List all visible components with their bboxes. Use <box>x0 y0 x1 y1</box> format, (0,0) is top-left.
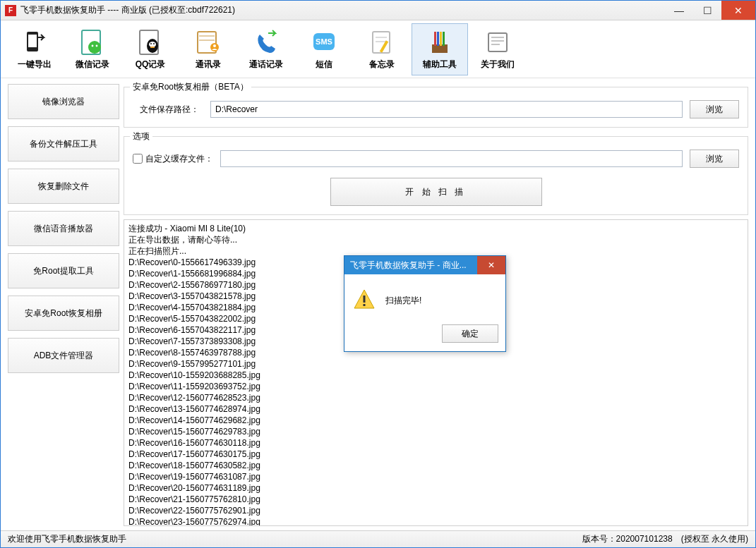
svg-rect-24 <box>434 32 436 46</box>
tool-wechat[interactable]: 微信记录 <box>64 23 121 75</box>
svg-rect-26 <box>440 32 442 46</box>
sidebar-item-5[interactable]: 安卓免Root恢复相册 <box>8 296 119 331</box>
svg-rect-25 <box>437 32 439 46</box>
status-left: 欢迎使用飞零手机数据恢复助手 <box>8 533 126 545</box>
scan-complete-dialog: 飞零手机数据恢复助手 - 商业... ✕ 扫描完毕! 确定 <box>344 255 506 352</box>
tool-contacts-icon <box>193 28 223 57</box>
svg-point-4 <box>92 45 94 47</box>
sidebar-item-4[interactable]: 免Root提取工具 <box>8 253 119 288</box>
browse-path-button[interactable]: 浏览 <box>690 100 739 118</box>
tool-calllog-icon <box>251 28 281 57</box>
tool-qq[interactable]: QQ记录 <box>122 23 179 75</box>
dialog-ok-button[interactable]: 确定 <box>442 324 498 343</box>
tool-sms[interactable]: SMS短信 <box>296 23 352 75</box>
tool-about[interactable]: 关于我们 <box>469 23 526 75</box>
dialog-close-button[interactable]: ✕ <box>477 256 505 274</box>
tool-label: 通讯录 <box>196 59 221 71</box>
window-title: 飞零手机数据恢复助手 ---- 商业版 (已授权至:cbdf722621) <box>20 4 665 16</box>
svg-rect-1 <box>28 35 37 47</box>
statusbar: 欢迎使用飞零手机数据恢复助手 版本号：202007101238 (授权至 永久使… <box>1 530 755 547</box>
tool-export-icon <box>20 28 49 57</box>
status-license: (授权至 永久使用) <box>681 533 748 545</box>
status-version: 版本号：202007101238 <box>582 533 673 545</box>
tool-label: 辅助工具 <box>423 59 457 71</box>
tool-label: 关于我们 <box>481 59 515 71</box>
svg-point-16 <box>213 44 216 47</box>
tool-assist-icon <box>425 28 455 57</box>
tool-about-icon <box>483 28 512 57</box>
tool-label: QQ记录 <box>136 59 166 71</box>
svg-point-9 <box>150 43 152 44</box>
svg-rect-34 <box>364 304 366 306</box>
group-title: 安卓免Root恢复相册（BETA） <box>130 81 251 93</box>
sidebar-item-6[interactable]: ADB文件管理器 <box>8 338 119 373</box>
tool-label: 微信记录 <box>76 59 109 71</box>
custom-cache-checkbox[interactable]: 自定义缓存文件： <box>133 153 213 165</box>
svg-rect-27 <box>443 32 445 46</box>
tool-qq-icon <box>136 28 165 57</box>
sidebar-item-2[interactable]: 恢复删除文件 <box>8 169 119 204</box>
tool-memo[interactable]: 备忘录 <box>354 23 410 75</box>
svg-point-8 <box>149 42 156 47</box>
svg-point-5 <box>96 45 98 47</box>
tool-contacts[interactable]: 通讯录 <box>180 23 236 75</box>
tool-memo-icon <box>367 28 397 57</box>
group-options: 选项 自定义缓存文件： 浏览 开 始 扫 描 <box>124 136 748 215</box>
path-label: 文件保存路径： <box>133 104 203 116</box>
svg-rect-33 <box>364 296 366 303</box>
svg-point-10 <box>153 43 155 44</box>
dialog-title-text: 飞零手机数据恢复助手 - 商业... <box>350 260 467 272</box>
dialog-titlebar: 飞零手机数据恢复助手 - 商业... ✕ <box>344 256 505 274</box>
dialog-message: 扫描完毕! <box>385 295 421 307</box>
sidebar: 镜像浏览器备份文件解压工具恢复删除文件微信语音播放器免Root提取工具安卓免Ro… <box>8 83 119 526</box>
maximize-button[interactable]: ☐ <box>693 1 721 20</box>
svg-rect-28 <box>488 33 507 51</box>
custom-cache-check[interactable] <box>133 154 143 164</box>
close-button[interactable]: ✕ <box>721 1 755 20</box>
app-icon: F <box>5 5 16 16</box>
sidebar-item-3[interactable]: 微信语音播放器 <box>8 211 119 246</box>
cache-label: 自定义缓存文件： <box>145 153 213 165</box>
minimize-button[interactable]: — <box>665 1 693 20</box>
svg-text:SMS: SMS <box>316 37 332 46</box>
tool-calllog[interactable]: 通话记录 <box>238 23 294 75</box>
tool-label: 短信 <box>316 59 332 71</box>
save-path-input[interactable] <box>210 101 683 118</box>
tool-export[interactable]: 一键导出 <box>6 23 63 75</box>
tool-label: 通话记录 <box>249 59 283 71</box>
main-toolbar: 一键导出微信记录QQ记录通讯录通话记录SMS短信备忘录辅助工具关于我们 <box>1 20 755 78</box>
browse-cache-button[interactable]: 浏览 <box>690 150 739 168</box>
tool-wechat-icon <box>78 28 107 57</box>
tool-sms-icon: SMS <box>309 28 339 57</box>
group-recover-album: 安卓免Root恢复相册（BETA） 文件保存路径： 浏览 <box>124 87 748 128</box>
sidebar-item-0[interactable]: 镜像浏览器 <box>8 84 119 119</box>
tool-label: 一键导出 <box>18 59 52 71</box>
svg-rect-11 <box>150 47 155 48</box>
start-scan-button[interactable]: 开 始 扫 描 <box>330 178 542 206</box>
tool-assist[interactable]: 辅助工具 <box>412 23 468 75</box>
sidebar-item-1[interactable]: 备份文件解压工具 <box>8 126 119 162</box>
cache-path-input[interactable] <box>220 150 683 167</box>
options-title: 选项 <box>130 130 152 142</box>
tool-label: 备忘录 <box>369 59 395 71</box>
warning-icon <box>353 288 376 313</box>
svg-point-3 <box>88 41 101 54</box>
titlebar: F 飞零手机数据恢复助手 ---- 商业版 (已授权至:cbdf722621) … <box>1 1 755 20</box>
